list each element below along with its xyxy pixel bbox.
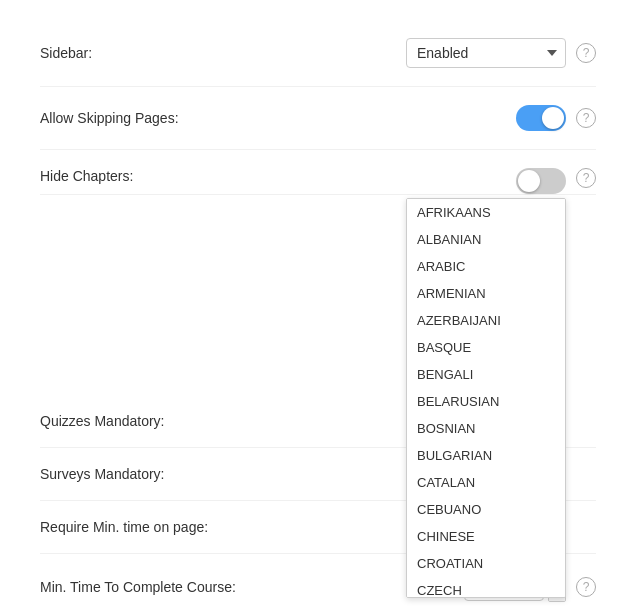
allow-skipping-toggle-wrapper [516,105,566,131]
allow-skipping-knob [542,107,564,129]
sidebar-row: Sidebar: Enabled Disabled ? [40,20,596,87]
dropdown-item-catalan[interactable]: CATALAN [407,469,565,496]
surveys-mandatory-label: Surveys Mandatory: [40,466,240,482]
sidebar-control: Enabled Disabled ? [240,38,596,68]
hide-chapters-control: ? AFRIKAANS ALBANIAN ARABIC ARMENIAN AZE… [240,168,596,194]
hide-chapters-label: Hide Chapters: [40,168,240,184]
dropdown-item-cebuano[interactable]: CEBUANO [407,496,565,523]
dropdown-item-belarusian[interactable]: BELARUSIAN [407,388,565,415]
dropdown-item-afrikaans[interactable]: AFRIKAANS [407,199,565,226]
hide-chapters-toggle[interactable] [516,168,566,194]
min-time-course-label: Min. Time To Complete Course: [40,579,240,595]
require-min-time-label: Require Min. time on page: [40,519,240,535]
allow-skipping-row: Allow Skipping Pages: ? [40,87,596,150]
dropdown-item-bulgarian[interactable]: BULGARIAN [407,442,565,469]
dropdown-item-croatian[interactable]: CROATIAN [407,550,565,577]
dropdown-item-chinese[interactable]: CHINESE [407,523,565,550]
dropdown-item-basque[interactable]: BASQUE [407,334,565,361]
hide-chapters-knob [518,170,540,192]
allow-skipping-control: ? [240,105,596,131]
min-time-help-icon[interactable]: ? [576,577,596,597]
hide-chapters-help-icon[interactable]: ? [576,168,596,188]
allow-skipping-toggle[interactable] [516,105,566,131]
allow-skipping-label: Allow Skipping Pages: [40,110,240,126]
hide-chapters-row: Hide Chapters: ? AFRIKAANS ALBANIAN ARAB… [40,150,596,195]
dropdown-item-arabic[interactable]: ARABIC [407,253,565,280]
hide-chapters-toggle-wrapper [516,168,566,194]
dropdown-item-azerbaijani[interactable]: AZERBAIJANI [407,307,565,334]
dropdown-item-bosnian[interactable]: BOSNIAN [407,415,565,442]
sidebar-label: Sidebar: [40,45,240,61]
dropdown-item-armenian[interactable]: ARMENIAN [407,280,565,307]
language-dropdown-list: AFRIKAANS ALBANIAN ARABIC ARMENIAN AZERB… [406,198,566,598]
dropdown-item-albanian[interactable]: ALBANIAN [407,226,565,253]
sidebar-help-icon[interactable]: ? [576,43,596,63]
allow-skipping-help-icon[interactable]: ? [576,108,596,128]
dropdown-item-czech[interactable]: CZECH [407,577,565,598]
sidebar-select[interactable]: Enabled Disabled [406,38,566,68]
dropdown-item-bengali[interactable]: BENGALI [407,361,565,388]
quizzes-mandatory-label: Quizzes Mandatory: [40,413,240,429]
